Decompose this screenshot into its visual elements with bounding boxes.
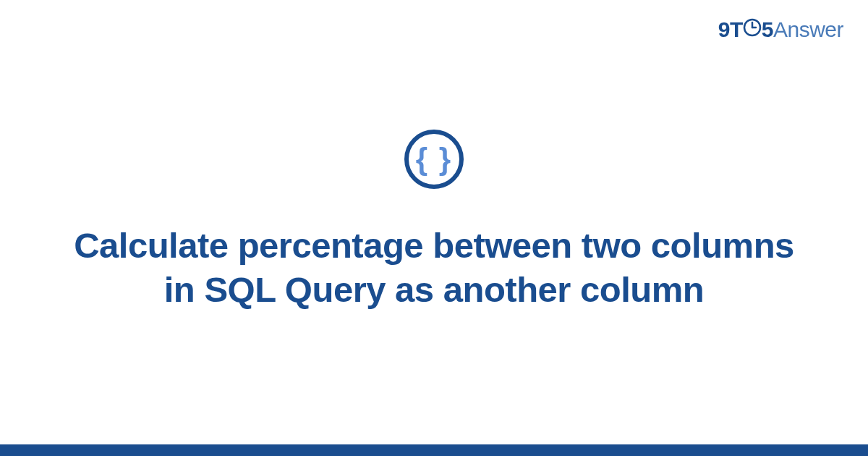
page-title: Calculate percentage between two columns… xyxy=(72,224,796,313)
logo-text-answer: Answer xyxy=(773,17,843,41)
footer-accent-bar xyxy=(0,444,868,456)
site-logo: 9T5Answer xyxy=(718,17,843,43)
logo-text-9t: 9T xyxy=(718,17,743,41)
curly-braces-icon: { } xyxy=(416,144,452,174)
logo-text-5: 5 xyxy=(762,17,773,41)
clock-icon xyxy=(743,17,762,42)
category-icon-circle: { } xyxy=(404,130,464,189)
main-content: { } Calculate percentage between two col… xyxy=(0,0,868,456)
